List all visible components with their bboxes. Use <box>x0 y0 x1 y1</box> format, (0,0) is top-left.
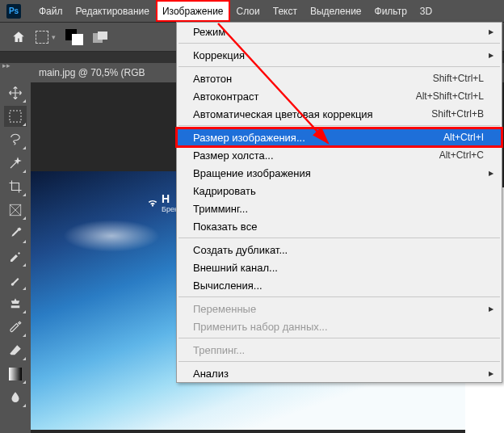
magic-wand-tool[interactable] <box>4 153 27 174</box>
menu-item-создать-дубликат-[interactable]: Создать дубликат... <box>177 241 502 259</box>
menu-item-показать-все[interactable]: Показать все <box>177 217 502 235</box>
menu-item-режим[interactable]: Режим <box>177 23 502 40</box>
marquee-options[interactable]: ▾ <box>36 31 56 44</box>
marquee-tool[interactable] <box>4 106 27 127</box>
history-brush-tool[interactable] <box>4 317 27 338</box>
blur-tool[interactable] <box>4 387 27 408</box>
menu-file[interactable]: Файл <box>32 0 69 22</box>
menu-item-переменные: Переменные <box>177 300 502 317</box>
panel-collapse-icon[interactable]: ▸▸ <box>2 61 10 69</box>
overlap-icon[interactable] <box>93 32 109 43</box>
marquee-icon <box>36 31 48 44</box>
menu-item-размер-изображения-[interactable]: Размер изображения...Alt+Ctrl+I <box>177 128 502 146</box>
menu-item-применить-набор-данных-: Применить набор данных... <box>177 317 502 335</box>
move-tool[interactable] <box>4 82 27 103</box>
menu-filter[interactable]: Фильтр <box>368 0 414 22</box>
eyedropper-tool[interactable] <box>4 223 27 244</box>
menu-item-тримминг-[interactable]: Тримминг... <box>177 200 502 217</box>
wifi-icon <box>147 197 158 208</box>
clone-stamp-tool[interactable] <box>4 293 27 314</box>
svg-rect-4 <box>9 368 22 380</box>
svg-rect-1 <box>98 32 107 40</box>
document-tab[interactable]: main.jpg @ 70,5% (RGB <box>31 63 153 82</box>
menu-item-автоконтраст[interactable]: АвтоконтрастAlt+Shift+Ctrl+L <box>177 87 502 105</box>
menu-image[interactable]: Изображение <box>156 0 230 22</box>
home-icon[interactable] <box>11 30 26 44</box>
menu-item-автотон[interactable]: АвтотонShift+Ctrl+L <box>177 69 502 87</box>
menu-item-анализ[interactable]: Анализ <box>177 364 502 382</box>
image-menu-dropdown: РежимКоррекцияАвтотонShift+Ctrl+LАвтокон… <box>176 22 502 383</box>
menu-3d[interactable]: 3D <box>414 0 439 22</box>
menu-item-кадрировать[interactable]: Кадрировать <box>177 182 502 200</box>
menu-item-вычисления-[interactable]: Вычисления... <box>177 276 502 294</box>
brush-tool[interactable] <box>4 270 27 291</box>
menubar: Ps Файл Редактирование Изображение Слои … <box>0 0 504 22</box>
lasso-tool[interactable] <box>4 129 27 150</box>
menu-item-треппинг-: Треппинг... <box>177 341 502 359</box>
tools-panel <box>0 78 31 433</box>
app-logo: Ps <box>6 4 21 19</box>
eraser-tool[interactable] <box>4 340 27 361</box>
menu-item-вращение-изображения[interactable]: Вращение изображения <box>177 164 502 182</box>
menu-text[interactable]: Текст <box>267 0 304 22</box>
frame-tool[interactable] <box>4 200 27 221</box>
menu-item-размер-холста-[interactable]: Размер холста...Alt+Ctrl+C <box>177 146 502 164</box>
menu-edit[interactable]: Редактирование <box>69 0 156 22</box>
menu-layers[interactable]: Слои <box>230 0 267 22</box>
gradient-tool[interactable] <box>4 364 27 385</box>
chevron-down-icon: ▾ <box>52 33 56 41</box>
crop-tool[interactable] <box>4 176 27 197</box>
svg-rect-2 <box>10 111 21 122</box>
color-swatches[interactable] <box>65 29 83 45</box>
healing-brush-tool[interactable] <box>4 246 27 267</box>
menu-item-внешний-канал-[interactable]: Внешний канал... <box>177 259 502 276</box>
menu-item-автоматическая-цветовая-коррекция[interactable]: Автоматическая цветовая коррекцияShift+C… <box>177 105 502 123</box>
menu-select[interactable]: Выделение <box>304 0 368 22</box>
background-swatch[interactable] <box>72 34 83 45</box>
menu-item-коррекция[interactable]: Коррекция <box>177 46 502 64</box>
